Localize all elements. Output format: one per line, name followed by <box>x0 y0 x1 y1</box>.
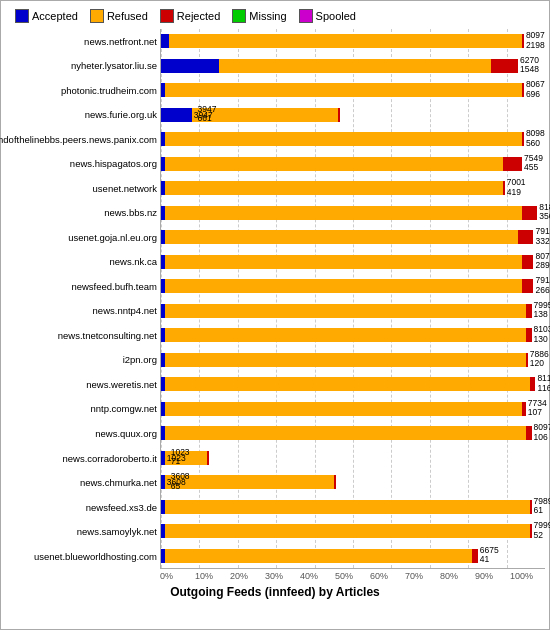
bar-rejected <box>338 108 340 122</box>
bar-value-label: 102371 <box>169 448 190 467</box>
bar-value-label: 8186356 <box>537 203 550 222</box>
bar-value-label: 3947661 <box>196 105 217 124</box>
y-label: newsfeed.xs3.de <box>5 498 157 518</box>
chart-area: news.netfront.netnyheter.lysator.liu.sep… <box>5 29 545 569</box>
bar-value-label: 8072289 <box>533 252 550 271</box>
x-axis-label: 60% <box>370 571 405 581</box>
bar-value-label: 8103130 <box>532 325 550 344</box>
bar-refused <box>165 304 526 318</box>
bar-accepted <box>161 59 219 73</box>
bar-row: 8186356 <box>161 204 545 222</box>
x-axis-label: 10% <box>195 571 230 581</box>
bar-accepted <box>161 34 169 48</box>
y-label: news.tnetconsulting.net <box>5 326 157 346</box>
x-axis-label: 80% <box>440 571 475 581</box>
bar-refused <box>165 524 530 538</box>
bar-refused <box>165 402 522 416</box>
bar-value-label: 667541 <box>478 546 499 565</box>
legend-spooled-label: Spooled <box>316 10 356 22</box>
bar-value-label: 7001419 <box>505 178 526 197</box>
bar-value-label: 799952 <box>532 521 550 540</box>
bar-rejected <box>522 279 534 293</box>
bar-row: 7001419 <box>161 179 545 197</box>
bar-row: 8097106 <box>161 424 545 442</box>
bar-row: 39473947661 <box>161 106 545 124</box>
bars-area: 8097219862701548806769639473947661809856… <box>160 29 545 569</box>
bar-value-label: 7914266 <box>533 276 550 295</box>
bar-rejected <box>522 206 537 220</box>
spooled-icon <box>299 9 313 23</box>
x-axis-label: 90% <box>475 571 510 581</box>
legend: Accepted Refused Rejected Missing Spoole… <box>5 9 545 23</box>
bar-refused <box>165 157 503 171</box>
bar-refused <box>169 34 522 48</box>
legend-accepted-label: Accepted <box>32 10 78 22</box>
bar-refused <box>165 353 526 367</box>
y-label: news.netfront.net <box>5 32 157 52</box>
x-axis-label: 70% <box>405 571 440 581</box>
bar-value-label: 8097106 <box>532 423 550 442</box>
bar-refused <box>165 255 522 269</box>
bar-row: 8098560 <box>161 130 545 148</box>
y-label: news.samoylyk.net <box>5 522 157 542</box>
bar-rejected <box>334 475 336 489</box>
bar-refused <box>165 377 530 391</box>
bar-value-label: 7734107 <box>526 399 547 418</box>
bar-value-label: 8111116 <box>535 374 550 393</box>
chart-container: Accepted Refused Rejected Missing Spoole… <box>0 0 550 630</box>
bar-rejected <box>522 255 534 269</box>
bar-value-label: 360865 <box>169 472 190 491</box>
legend-missing: Missing <box>232 9 286 23</box>
refused-icon <box>90 9 104 23</box>
x-axis-label: 50% <box>335 571 370 581</box>
bar-value-label: 7995138 <box>532 301 550 320</box>
bar-row: 7549455 <box>161 155 545 173</box>
bar-refused <box>165 549 472 563</box>
bar-refused <box>165 279 522 293</box>
y-label: nntp.comgw.net <box>5 399 157 419</box>
y-label: i2pn.org <box>5 350 157 370</box>
bar-row: 798961 <box>161 498 545 516</box>
bar-refused <box>165 500 530 514</box>
y-label: endofthelinebbs.peers.news.panix.com <box>5 130 157 150</box>
y-label: news.hispagatos.org <box>5 154 157 174</box>
bar-rejected <box>491 59 518 73</box>
chart-title: Outgoing Feeds (innfeed) by Articles <box>5 585 545 599</box>
y-label: photonic.trudheim.com <box>5 81 157 101</box>
y-label: news.furie.org.uk <box>5 105 157 125</box>
x-axis-label: 0% <box>160 571 195 581</box>
bar-row: 7995138 <box>161 302 545 320</box>
legend-missing-label: Missing <box>249 10 286 22</box>
legend-spooled: Spooled <box>299 9 356 23</box>
legend-rejected: Rejected <box>160 9 220 23</box>
accepted-icon <box>15 9 29 23</box>
bar-row: 62701548 <box>161 57 545 75</box>
y-label: news.chmurka.net <box>5 473 157 493</box>
y-label: news.bbs.nz <box>5 203 157 223</box>
y-label: news.quux.org <box>5 424 157 444</box>
y-label: usenet.goja.nl.eu.org <box>5 228 157 248</box>
bar-rejected <box>207 451 209 465</box>
y-label: news.weretis.net <box>5 375 157 395</box>
bar-refused <box>165 181 503 195</box>
y-label: news.corradoroberto.it <box>5 449 157 469</box>
y-label: news.nntp4.net <box>5 301 157 321</box>
bar-rejected <box>518 230 533 244</box>
bar-refused <box>165 132 522 146</box>
rejected-icon <box>160 9 174 23</box>
x-axis-label: 100% <box>510 571 545 581</box>
bar-row: 667541 <box>161 547 545 565</box>
bar-accepted <box>161 108 192 122</box>
y-label: usenet.blueworldhosting.com <box>5 547 157 567</box>
bar-value-label: 7549455 <box>522 154 543 173</box>
bars-inner: 8097219862701548806769639473947661809856… <box>161 29 545 568</box>
bar-row: 7886120 <box>161 351 545 369</box>
x-axis-labels: 0%10%20%30%40%50%60%70%80%90%100% <box>5 569 545 581</box>
bar-row: 3608360865 <box>161 473 545 491</box>
bar-row: 8111116 <box>161 375 545 393</box>
bar-refused <box>165 230 518 244</box>
bar-value-label: 8098560 <box>524 129 545 148</box>
legend-accepted: Accepted <box>15 9 78 23</box>
bar-row: 80972198 <box>161 32 545 50</box>
y-label: usenet.network <box>5 179 157 199</box>
